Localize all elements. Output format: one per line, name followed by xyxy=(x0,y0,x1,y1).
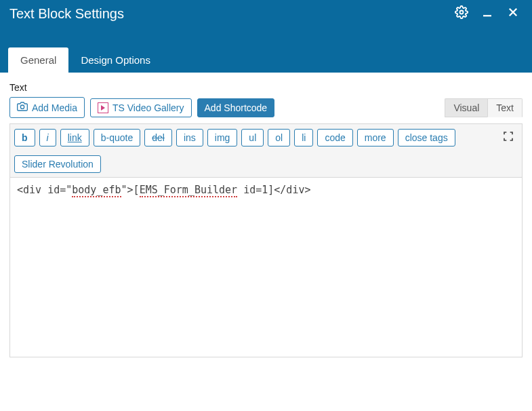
qt-code-button[interactable]: code xyxy=(317,129,352,146)
editor-text-underlined: body_efb xyxy=(72,184,121,197)
add-media-button[interactable]: Add Media xyxy=(9,97,85,118)
editor-text-underlined: EMS_Form_Builder xyxy=(140,184,238,197)
qt-ol-button[interactable]: ol xyxy=(268,129,290,146)
tab-design-options[interactable]: Design Options xyxy=(68,47,163,73)
panel-main: Text Add Media TS Video Gallery Add Shor… xyxy=(0,73,532,367)
tab-general[interactable]: General xyxy=(8,47,68,73)
svg-point-0 xyxy=(460,11,464,14)
field-label-text: Text xyxy=(9,82,523,93)
qt-li-button[interactable]: li xyxy=(294,129,313,146)
minimize-button[interactable] xyxy=(478,4,497,23)
window-header: Text Block Settings xyxy=(0,0,532,27)
video-gallery-icon xyxy=(98,102,108,113)
camera-icon xyxy=(17,101,28,114)
gear-icon xyxy=(455,5,468,22)
qt-close-tags-button[interactable]: close tags xyxy=(398,129,455,146)
close-button[interactable] xyxy=(504,4,523,23)
close-icon xyxy=(507,6,519,21)
qt-img-button[interactable]: img xyxy=(207,129,238,146)
quicktags-toolbar: b i link b-quote del ins img ul ol li co… xyxy=(9,123,523,178)
add-shortcode-label: Add Shortcode xyxy=(205,102,268,113)
editor-text-plain: ">[ xyxy=(121,184,140,196)
ts-video-gallery-button[interactable]: TS Video Gallery xyxy=(90,98,192,117)
settings-button[interactable] xyxy=(452,4,471,23)
svg-point-4 xyxy=(20,105,24,109)
qt-ins-button[interactable]: ins xyxy=(176,129,203,146)
qt-ul-button[interactable]: ul xyxy=(241,129,264,146)
add-shortcode-button[interactable]: Add Shortcode xyxy=(197,98,275,117)
qt-more-button[interactable]: more xyxy=(357,129,394,146)
media-button-row: Add Media TS Video Gallery Add Shortcode… xyxy=(9,97,523,118)
minimize-icon xyxy=(481,6,493,21)
tabs-strip: General Design Options xyxy=(0,27,532,73)
editor-mode-tabs: Visual Text xyxy=(445,98,523,117)
editor-text-plain: id=1]</div> xyxy=(237,184,310,196)
editor-text-plain: <div id=" xyxy=(17,184,72,196)
qt-del-button[interactable]: del xyxy=(144,129,172,146)
text-editor[interactable]: <div id="body_efb">[EMS_Form_Builder id=… xyxy=(9,178,523,357)
qt-slider-revolution-button[interactable]: Slider Revolution xyxy=(14,155,101,173)
qt-link-button[interactable]: link xyxy=(60,129,89,146)
qt-bold-button[interactable]: b xyxy=(14,129,35,146)
qt-bquote-button[interactable]: b-quote xyxy=(94,129,140,146)
qt-italic-button[interactable]: i xyxy=(39,129,56,146)
ts-video-gallery-label: TS Video Gallery xyxy=(112,102,184,113)
fullscreen-button[interactable] xyxy=(499,128,518,147)
mode-tab-text[interactable]: Text xyxy=(487,98,523,117)
add-media-label: Add Media xyxy=(32,102,77,113)
window-title: Text Block Settings xyxy=(9,6,445,22)
fullscreen-icon xyxy=(503,131,514,144)
mode-tab-visual[interactable]: Visual xyxy=(445,98,487,117)
